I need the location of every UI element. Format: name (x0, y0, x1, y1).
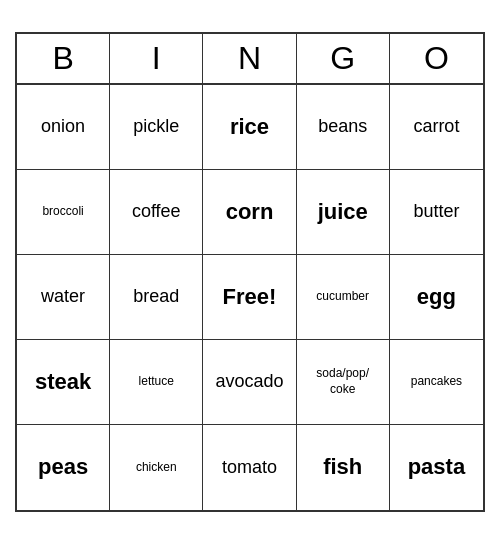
bingo-cell-9[interactable]: butter (390, 170, 483, 255)
header-letter-b: B (17, 34, 110, 83)
bingo-cell-8[interactable]: juice (297, 170, 390, 255)
header-letter-i: I (110, 34, 203, 83)
bingo-cell-5[interactable]: broccoli (17, 170, 110, 255)
bingo-cell-0[interactable]: onion (17, 85, 110, 170)
bingo-cell-4[interactable]: carrot (390, 85, 483, 170)
bingo-cell-24[interactable]: pasta (390, 425, 483, 510)
bingo-cell-18[interactable]: soda/pop/ coke (297, 340, 390, 425)
bingo-cell-20[interactable]: peas (17, 425, 110, 510)
bingo-cell-6[interactable]: coffee (110, 170, 203, 255)
bingo-cell-1[interactable]: pickle (110, 85, 203, 170)
header-letter-o: O (390, 34, 483, 83)
bingo-cell-15[interactable]: steak (17, 340, 110, 425)
bingo-cell-10[interactable]: water (17, 255, 110, 340)
bingo-cell-22[interactable]: tomato (203, 425, 296, 510)
bingo-header: BINGO (17, 34, 483, 85)
bingo-cell-16[interactable]: lettuce (110, 340, 203, 425)
bingo-cell-12[interactable]: Free! (203, 255, 296, 340)
bingo-card: BINGO onionpicklericebeanscarrotbroccoli… (15, 32, 485, 512)
bingo-cell-21[interactable]: chicken (110, 425, 203, 510)
bingo-cell-23[interactable]: fish (297, 425, 390, 510)
bingo-cell-3[interactable]: beans (297, 85, 390, 170)
header-letter-g: G (297, 34, 390, 83)
bingo-cell-17[interactable]: avocado (203, 340, 296, 425)
bingo-cell-2[interactable]: rice (203, 85, 296, 170)
bingo-cell-11[interactable]: bread (110, 255, 203, 340)
bingo-cell-14[interactable]: egg (390, 255, 483, 340)
bingo-grid: onionpicklericebeanscarrotbroccolicoffee… (17, 85, 483, 510)
bingo-cell-13[interactable]: cucumber (297, 255, 390, 340)
header-letter-n: N (203, 34, 296, 83)
bingo-cell-7[interactable]: corn (203, 170, 296, 255)
bingo-cell-19[interactable]: pancakes (390, 340, 483, 425)
